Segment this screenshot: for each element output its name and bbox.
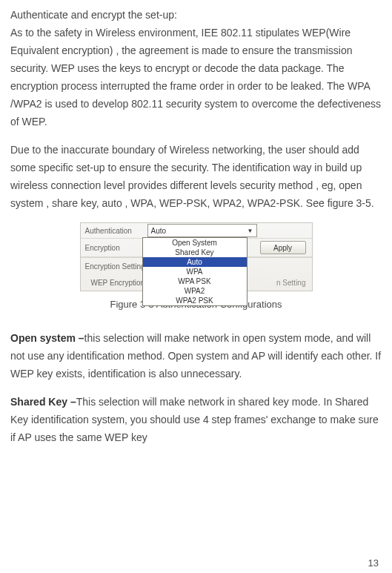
select-authentication[interactable]: Auto ▼ [147, 224, 257, 237]
label-wep-encryption: WEP Encryption [91, 279, 145, 287]
section-heading: Authenticate and encrypt the set-up: [10, 6, 382, 24]
row-authentication: Authentication Auto ▼ [81, 223, 312, 239]
select-authentication-value: Auto [151, 227, 167, 235]
label-authentication: Authentication [81, 227, 143, 235]
dropdown-option[interactable]: WPA2 [143, 286, 247, 296]
document-page: Authenticate and encrypt the set-up: As … [0, 0, 392, 573]
paragraph-1: As to the safety in Wireless environment… [10, 24, 382, 130]
label-shared-key: Shared Key – [10, 396, 76, 408]
truncated-right-label: n Setting [276, 279, 311, 287]
figure-3-5: Authentication Auto ▼ Encryption Apply E… [10, 222, 382, 291]
label-encryption-setting: Encryption Setting [85, 262, 145, 271]
paragraph-shared-key: Shared Key –This selection will make net… [10, 393, 382, 446]
authentication-dropdown[interactable]: Open SystemShared KeyAutoWPAWPA PSKWPA2W… [142, 237, 248, 306]
dropdown-option[interactable]: Auto [143, 257, 247, 267]
paragraph-open-system: Open system –this selection will make ne… [10, 329, 382, 382]
dropdown-option[interactable]: Open System [143, 238, 247, 248]
dropdown-option[interactable]: WPA PSK [143, 276, 247, 286]
dropdown-option[interactable]: WPA [143, 267, 247, 276]
dropdown-option[interactable]: WPA2 PSK [143, 296, 247, 305]
label-encryption: Encryption [81, 244, 143, 252]
paragraph-2: Due to the inaccurate boundary of Wirele… [10, 141, 382, 212]
chevron-down-icon: ▼ [248, 228, 253, 234]
page-number: 13 [368, 557, 379, 569]
dropdown-option[interactable]: Shared Key [143, 248, 247, 257]
apply-button[interactable]: Apply [260, 241, 306, 254]
label-open-system: Open system – [10, 332, 84, 344]
